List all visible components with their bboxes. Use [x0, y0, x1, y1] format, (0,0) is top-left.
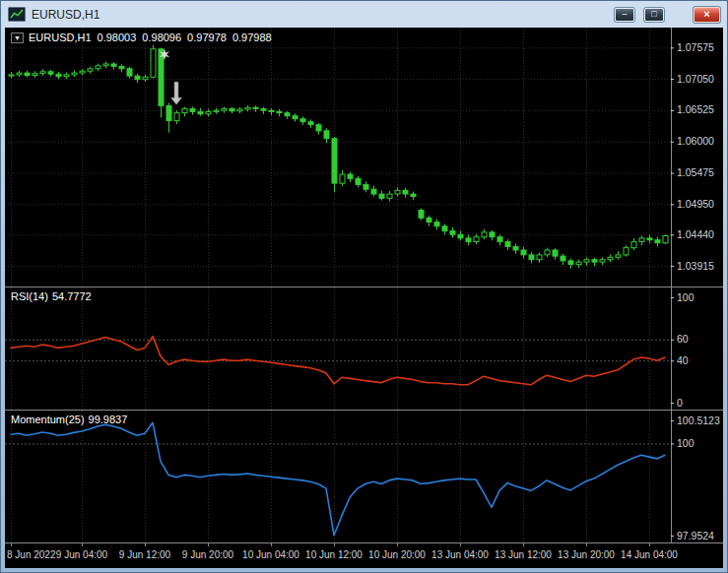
restore-glyph: □	[651, 10, 656, 19]
window-titlebar[interactable]: EURUSD,H1 – □ ×	[1, 1, 727, 28]
minimize-button[interactable]: –	[615, 8, 634, 22]
one-click-trading-toggle[interactable]: ▼	[11, 32, 24, 43]
rsi-plot[interactable]	[5, 287, 671, 410]
minimize-glyph: –	[622, 10, 627, 19]
momentum-plot[interactable]	[5, 411, 671, 542]
close-button[interactable]: ×	[694, 7, 720, 23]
window-controls: – □ ×	[605, 7, 720, 23]
restore-button[interactable]: □	[644, 8, 664, 22]
chart-area[interactable]: 1.075751.070501.065251.060001.054751.049…	[5, 28, 723, 568]
main-chart-plot[interactable]	[5, 28, 671, 286]
price-scale[interactable]	[671, 28, 723, 543]
chart-canvas[interactable]: 1.075751.070501.065251.060001.054751.049…	[5, 28, 723, 568]
time-scale[interactable]	[5, 543, 723, 568]
close-glyph: ×	[703, 9, 709, 20]
chart-icon	[8, 7, 26, 22]
chart-window: EURUSD,H1 – □ × 1.075751.070501.065251.0…	[0, 0, 728, 573]
window-title: EURUSD,H1	[32, 8, 605, 22]
